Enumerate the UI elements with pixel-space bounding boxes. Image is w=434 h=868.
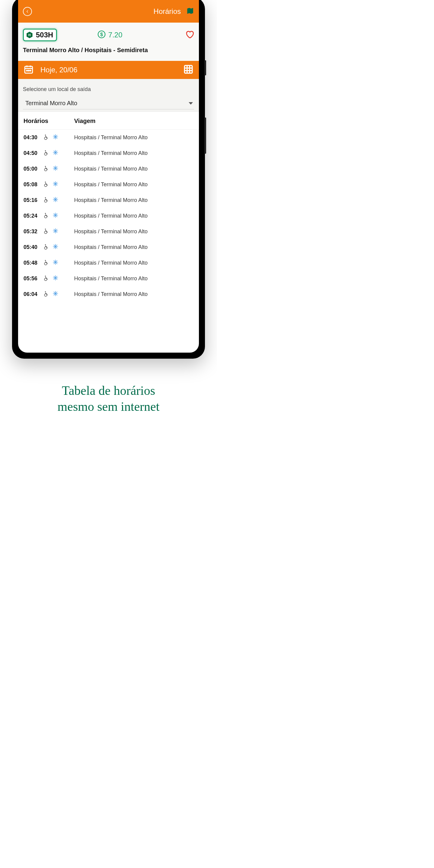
schedule-row[interactable]: 04:50Hospitais / Terminal Morro Alto — [18, 145, 199, 161]
wheelchair-icon — [43, 290, 50, 298]
snowflake-icon — [53, 275, 59, 282]
route-badge[interactable]: H 503H — [23, 29, 57, 41]
date-bar: Hoje, 20/06 — [18, 59, 199, 79]
trip-destination: Hospitais / Terminal Morro Alto — [74, 291, 148, 298]
snowflake-icon — [53, 196, 59, 204]
date-label[interactable]: Hoje, 20/06 — [40, 66, 183, 74]
svg-point-11 — [45, 150, 46, 151]
departure-time: 05:40 — [24, 244, 43, 250]
trip-destination: Hospitais / Terminal Morro Alto — [74, 150, 148, 156]
fare-value: 7.20 — [108, 31, 122, 39]
svg-point-15 — [45, 182, 46, 183]
wheelchair-icon — [43, 165, 50, 173]
promo-line-1: Tabela de horários — [12, 383, 205, 399]
snowflake-icon — [53, 150, 59, 157]
favorite-button[interactable] — [185, 30, 194, 40]
wheelchair-icon — [43, 134, 50, 141]
page-title: Horários — [153, 7, 181, 16]
promo-text: Tabela de horários mesmo sem internet — [0, 383, 217, 414]
svg-point-10 — [44, 137, 47, 140]
departure-time: 04:50 — [24, 150, 43, 156]
departure-select[interactable]: Terminal Morro Alto — [23, 98, 194, 110]
grid-view-button[interactable] — [183, 64, 193, 76]
schedule-row[interactable]: 06:04Hospitais / Terminal Morro Alto — [18, 286, 199, 302]
svg-point-21 — [45, 229, 46, 230]
departure-select-value: Terminal Morro Alto — [25, 100, 189, 107]
back-button[interactable] — [23, 7, 32, 16]
wheelchair-icon — [43, 196, 50, 204]
calendar-button[interactable] — [24, 64, 34, 76]
wheelchair-icon — [43, 212, 50, 219]
svg-text:$: $ — [100, 32, 103, 37]
svg-point-13 — [45, 166, 46, 167]
svg-point-9 — [45, 135, 46, 135]
departure-time: 05:56 — [24, 276, 43, 282]
schedule-rows[interactable]: 04:30Hospitais / Terminal Morro Alto04:5… — [18, 130, 199, 352]
column-header-trip: Viagem — [74, 118, 96, 124]
map-button[interactable] — [186, 7, 194, 16]
departure-time: 05:48 — [24, 260, 43, 266]
app-header: Horários — [18, 0, 199, 23]
wheelchair-icon — [43, 181, 50, 188]
route-name: Terminal Morro Alto / Hospitais - Semidi… — [23, 47, 194, 54]
grid-icon — [183, 64, 193, 74]
trip-destination: Hospitais / Terminal Morro Alto — [74, 197, 148, 204]
svg-text:H: H — [28, 33, 31, 37]
svg-point-28 — [44, 278, 47, 281]
svg-point-27 — [45, 276, 46, 277]
fare: $ 7.20 — [97, 30, 122, 40]
snowflake-icon — [53, 181, 59, 188]
schedule-row[interactable]: 05:16Hospitais / Terminal Morro Alto — [18, 192, 199, 208]
snowflake-icon — [53, 259, 59, 267]
departure-select-label: Selecione um local de saída — [23, 86, 194, 93]
calendar-icon — [24, 64, 34, 74]
heart-icon — [185, 30, 194, 39]
svg-point-19 — [45, 213, 46, 214]
schedule-row[interactable]: 05:08Hospitais / Terminal Morro Alto — [18, 177, 199, 192]
svg-point-25 — [45, 260, 46, 261]
departure-time: 05:08 — [24, 181, 43, 188]
trip-destination: Hospitais / Terminal Morro Alto — [74, 213, 148, 219]
departure-time: 05:24 — [24, 213, 43, 219]
svg-point-6 — [28, 70, 29, 71]
svg-point-12 — [44, 153, 47, 155]
departure-time: 05:32 — [24, 228, 43, 235]
departure-time: 05:00 — [24, 166, 43, 172]
svg-point-24 — [44, 247, 47, 249]
svg-point-26 — [44, 262, 47, 265]
map-icon — [186, 7, 194, 15]
phone-frame: Horários H 503H $ 7.20 — [12, 0, 205, 359]
svg-point-14 — [44, 168, 47, 171]
schedule-row[interactable]: 05:32Hospitais / Terminal Morro Alto — [18, 224, 199, 239]
schedule-table-header: Horários Viagem — [18, 112, 199, 130]
svg-point-30 — [44, 294, 47, 296]
schedule-row[interactable]: 05:24Hospitais / Terminal Morro Alto — [18, 208, 199, 224]
wheelchair-icon — [43, 275, 50, 282]
svg-point-7 — [30, 70, 31, 71]
phone-screen: Horários H 503H $ 7.20 — [18, 0, 199, 352]
departure-time: 05:16 — [24, 197, 43, 204]
schedule-row[interactable]: 05:56Hospitais / Terminal Morro Alto — [18, 271, 199, 286]
column-header-time: Horários — [24, 118, 74, 124]
schedule-row[interactable]: 05:48Hospitais / Terminal Morro Alto — [18, 255, 199, 271]
trip-destination: Hospitais / Terminal Morro Alto — [74, 166, 148, 172]
trip-destination: Hospitais / Terminal Morro Alto — [74, 228, 148, 235]
svg-rect-8 — [184, 65, 192, 73]
departure-time: 04:30 — [24, 134, 43, 141]
route-info-card: H 503H $ 7.20 Terminal Morro Alto / Hosp… — [18, 23, 199, 59]
chevron-down-icon — [189, 102, 193, 104]
route-hex-icon: H — [26, 31, 33, 39]
trip-destination: Hospitais / Terminal Morro Alto — [74, 181, 148, 188]
trip-destination: Hospitais / Terminal Morro Alto — [74, 134, 148, 141]
svg-point-16 — [44, 184, 47, 187]
wheelchair-icon — [43, 259, 50, 267]
svg-point-17 — [45, 197, 46, 198]
svg-point-23 — [45, 244, 46, 245]
schedule-row[interactable]: 05:00Hospitais / Terminal Morro Alto — [18, 161, 199, 177]
phone-side-button — [204, 118, 206, 154]
schedule-row[interactable]: 05:40Hospitais / Terminal Morro Alto — [18, 239, 199, 255]
departure-select-area: Selecione um local de saída Terminal Mor… — [18, 79, 199, 112]
schedule-row[interactable]: 04:30Hospitais / Terminal Morro Alto — [18, 130, 199, 145]
snowflake-icon — [53, 228, 59, 235]
wheelchair-icon — [43, 244, 50, 251]
